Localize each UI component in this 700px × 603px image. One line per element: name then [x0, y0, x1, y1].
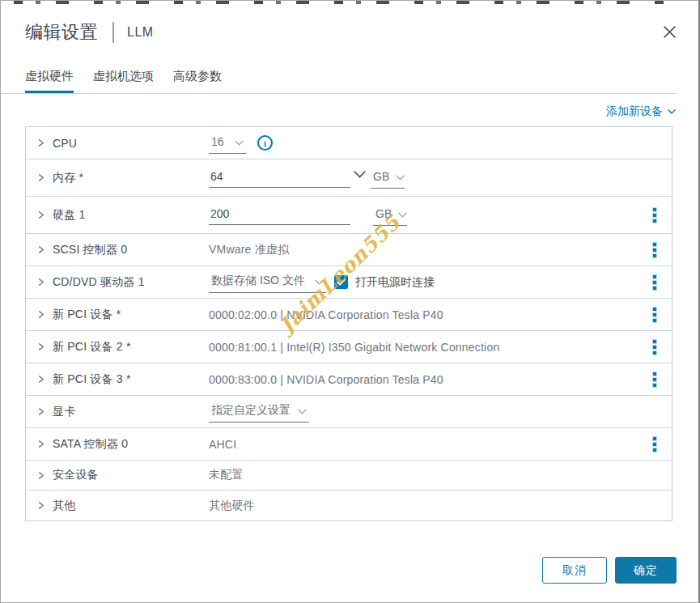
chevron-down-icon — [235, 134, 244, 149]
row-menu-icon[interactable] — [650, 304, 660, 326]
device-label-cell: CPU — [36, 137, 209, 150]
expand-chevron-icon[interactable] — [36, 138, 45, 147]
dialog-header: 编辑设置 LLM — [1, 1, 698, 45]
expand-chevron-icon[interactable] — [36, 375, 45, 384]
ok-button[interactable]: 确定 — [615, 557, 677, 584]
expand-chevron-icon[interactable] — [36, 310, 45, 319]
dropdown-select[interactable]: 指定自定义设置 — [209, 401, 309, 423]
cancel-button[interactable]: 取消 — [542, 557, 607, 584]
device-label: 硬盘 1 — [53, 208, 85, 223]
hardware-row: SATA 控制器 0AHCI — [26, 428, 672, 461]
device-value-text: 0000:02:00.0 | NVIDIA Corporation Tesla … — [209, 308, 443, 321]
dropdown-value: 16 — [211, 135, 224, 148]
row-menu-icon[interactable] — [650, 368, 660, 391]
device-label: CD/DVD 驱动器 1 — [53, 275, 145, 290]
hardware-row: 新 PCI 设备 *0000:02:00.0 | NVIDIA Corporat… — [26, 299, 672, 331]
row-menu-cell — [638, 368, 672, 391]
chevron-down-icon — [315, 274, 324, 288]
dropdown-value: GB — [373, 170, 389, 183]
expand-chevron-icon[interactable] — [36, 342, 45, 351]
row-menu-icon[interactable] — [650, 433, 660, 456]
dropdown-select[interactable]: GB — [371, 168, 405, 189]
toolbar: 添加新设备 — [1, 104, 676, 119]
checkbox-label: 打开电源时连接 — [355, 275, 435, 290]
value-input[interactable] — [209, 206, 350, 225]
dropdown-select[interactable]: GB — [373, 205, 407, 226]
hardware-row: 其他其他硬件 — [26, 490, 672, 520]
connect-checkbox[interactable] — [334, 275, 348, 289]
row-menu-cell — [638, 433, 672, 456]
row-menu-icon[interactable] — [650, 271, 660, 294]
device-value-cell: 0000:83:00.0 | NVIDIA Corporation Tesla … — [209, 373, 638, 386]
tab-vm-options[interactable]: 虚拟机选项 — [93, 64, 154, 93]
close-icon[interactable] — [662, 24, 677, 39]
vm-name: LLM — [127, 25, 154, 40]
hardware-row: 显卡指定自定义设置 — [26, 396, 672, 428]
expand-chevron-icon[interactable] — [36, 245, 45, 254]
value-input[interactable] — [209, 168, 350, 188]
hardware-row: 硬盘 1GB — [26, 197, 672, 234]
device-value-cell: 其他硬件 — [209, 499, 638, 513]
chevron-down-icon — [298, 403, 307, 418]
row-menu-icon[interactable] — [650, 239, 660, 261]
device-label-cell: 显卡 — [36, 405, 209, 419]
chevron-down-icon — [398, 206, 407, 221]
device-label-cell: 新 PCI 设备 3 * — [36, 372, 209, 387]
device-label: 其他 — [53, 499, 75, 513]
row-menu-cell — [638, 304, 672, 326]
hardware-row: 新 PCI 设备 2 *0000:81:00.1 | Intel(R) I350… — [26, 331, 672, 363]
expand-chevron-icon[interactable] — [36, 210, 45, 219]
device-value-text: 0000:83:00.0 | NVIDIA Corporation Tesla … — [209, 373, 443, 386]
tab-advanced-parameters[interactable]: 高级参数 — [173, 64, 222, 93]
dialog-title: 编辑设置 — [25, 20, 98, 45]
device-label: 新 PCI 设备 3 * — [53, 372, 131, 387]
device-value-cell: 指定自定义设置 — [209, 401, 638, 423]
expand-chevron-icon[interactable] — [36, 471, 45, 480]
device-label-cell: 新 PCI 设备 * — [36, 308, 209, 322]
row-menu-icon[interactable] — [650, 336, 660, 359]
chevron-down-icon[interactable] — [354, 171, 366, 178]
device-value-text: 未配置 — [209, 468, 244, 482]
device-value-text: AHCI — [209, 438, 236, 451]
device-label-cell: 新 PCI 设备 2 * — [36, 340, 209, 355]
hardware-row: CPU16i — [26, 127, 672, 159]
device-value-cell: GB — [209, 168, 638, 189]
edit-settings-dialog: { "dialog": { "title": "编辑设置", "vm_name"… — [0, 0, 700, 603]
checkbox-group: 打开电源时连接 — [326, 275, 435, 290]
expand-chevron-icon[interactable] — [36, 440, 45, 448]
expand-chevron-icon[interactable] — [36, 278, 45, 287]
tab-virtual-hardware[interactable]: 虚拟硬件 — [25, 64, 74, 93]
device-value-cell: 0000:81:00.1 | Intel(R) I350 Gigabit Net… — [209, 341, 638, 354]
device-label: 显卡 — [53, 405, 75, 419]
device-value-cell: GB — [209, 205, 638, 226]
device-label: 内存 * — [53, 171, 83, 185]
dropdown-select[interactable]: 数据存储 ISO 文件 — [209, 272, 326, 293]
device-label: 安全设备 — [53, 468, 99, 482]
device-value-text: 0000:81:00.1 | Intel(R) I350 Gigabit Net… — [209, 341, 499, 354]
hardware-row: CD/DVD 驱动器 1数据存储 ISO 文件打开电源时连接 — [26, 266, 672, 299]
background-artifact — [14, 1, 676, 4]
device-label-cell: 安全设备 — [36, 468, 209, 482]
device-label: SCSI 控制器 0 — [53, 243, 127, 257]
device-label-cell: 硬盘 1 — [36, 208, 209, 223]
expand-chevron-icon[interactable] — [36, 173, 45, 182]
dropdown-select[interactable]: 16 — [209, 133, 246, 154]
dropdown-value: 指定自定义设置 — [211, 403, 291, 418]
add-new-device-button[interactable]: 添加新设备 — [606, 104, 676, 119]
expand-chevron-icon[interactable] — [36, 501, 45, 510]
info-icon[interactable]: i — [257, 135, 273, 151]
device-label-cell: SCSI 控制器 0 — [36, 243, 209, 257]
device-label-cell: CD/DVD 驱动器 1 — [36, 275, 209, 290]
device-value-cell: 0000:02:00.0 | NVIDIA Corporation Tesla … — [209, 308, 638, 321]
hardware-row: 安全设备未配置 — [26, 461, 672, 490]
expand-chevron-icon[interactable] — [36, 407, 45, 416]
dropdown-value: 数据存储 ISO 文件 — [211, 274, 305, 288]
device-label-cell: SATA 控制器 0 — [36, 437, 209, 452]
device-value-cell: 未配置 — [209, 468, 638, 482]
row-menu-icon[interactable] — [650, 204, 660, 227]
tab-bar: 虚拟硬件 虚拟机选项 高级参数 — [25, 64, 676, 94]
row-menu-cell — [638, 204, 672, 227]
device-value-text: 其他硬件 — [209, 499, 255, 513]
device-value-cell: VMware 准虚拟 — [209, 243, 638, 257]
add-new-device-label: 添加新设备 — [606, 104, 663, 119]
